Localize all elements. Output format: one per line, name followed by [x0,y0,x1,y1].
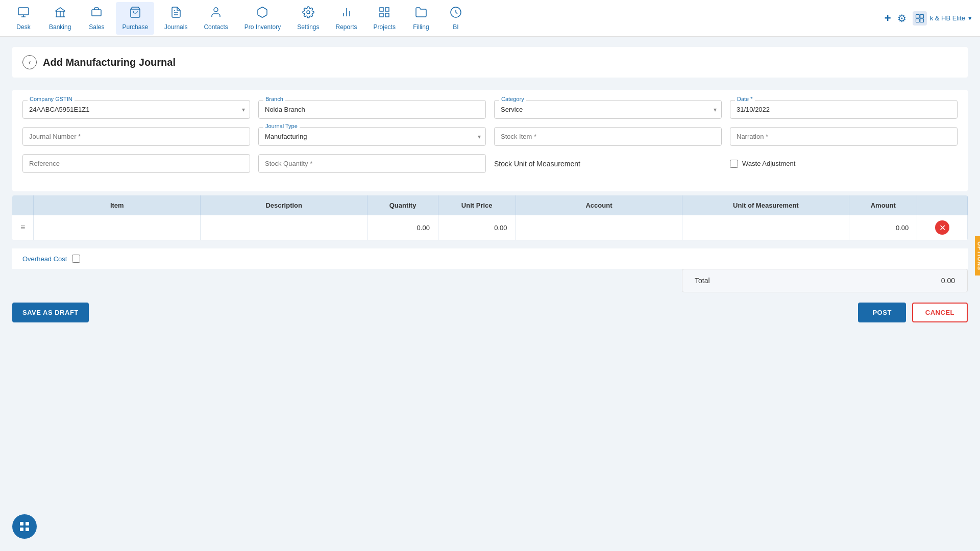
nav-pro-inventory[interactable]: Pro Inventory [238,2,287,35]
journal-type-select[interactable]: Manufacturing [258,127,486,146]
nav-journals[interactable]: Journals [158,2,193,35]
col-quantity: Quantity [368,195,438,215]
cancel-button[interactable]: CANCEL [912,303,968,322]
waste-adjustment-checkbox[interactable] [730,160,738,168]
row-delete-cell: ✕ [917,215,968,240]
nav-contacts[interactable]: Contacts [198,2,234,35]
nav-reports-label: Reports [336,23,357,31]
nav-banking[interactable]: Banking [43,2,77,35]
settings-gear-icon[interactable]: ⚙ [897,12,906,24]
row-drag-handle[interactable]: ≡ [12,215,34,240]
branch-input[interactable] [258,100,486,119]
company-gstin-select[interactable]: 24AABCA5951E1Z1 [22,100,250,119]
add-button[interactable]: + [885,12,891,25]
form-row-1: Company GSTIN 24AABCA5951E1Z1 ▾ Branch C… [22,100,958,119]
user-menu[interactable]: k & HB Elite ▾ [913,11,972,26]
nav-pro-inventory-label: Pro Inventory [244,23,281,31]
row-delete-button[interactable]: ✕ [935,220,949,235]
stock-item-input[interactable] [494,127,722,146]
row-item-input[interactable] [42,224,192,232]
svg-rect-13 [916,14,919,18]
table-header-row: Item Description Quantity Unit Price Acc… [12,195,968,215]
row-description[interactable] [201,215,368,240]
nav-desk[interactable]: Desk [8,2,39,35]
pro-inventory-icon [256,6,268,21]
nav-filling[interactable]: Filling [406,2,436,35]
top-navigation: Desk Banking Sales Purchase [0,0,980,37]
sales-icon [90,6,103,21]
filling-icon [415,6,427,21]
main-content: ‹ Add Manufacturing Journal Company GSTI… [0,37,980,551]
narration-input[interactable] [730,127,958,146]
user-label: k & HB Elite [930,14,965,22]
row-uom[interactable] [682,215,849,240]
table-section: Item Description Quantity Unit Price Acc… [12,195,968,240]
nav-bi[interactable]: BI [440,2,471,35]
row-uom-input[interactable] [691,224,841,232]
right-buttons: POST CANCEL [858,303,968,322]
svg-rect-9 [385,8,389,11]
col-unit-price: Unit Price [438,195,516,215]
row-description-input[interactable] [209,224,359,232]
nav-filling-label: Filling [413,23,429,31]
date-input[interactable] [730,100,958,119]
nav-settings[interactable]: Settings [291,2,325,35]
nav-reports[interactable]: Reports [330,2,363,35]
svg-rect-18 [26,522,29,525]
svg-rect-14 [920,14,923,18]
company-gstin-group: Company GSTIN 24AABCA5951E1Z1 ▾ [22,100,250,119]
svg-rect-8 [380,8,383,11]
category-select[interactable]: Service [494,100,722,119]
svg-rect-20 [26,528,29,531]
items-table: Item Description Quantity Unit Price Acc… [12,195,968,240]
svg-rect-19 [20,528,23,531]
nav-contacts-label: Contacts [204,23,228,31]
nav-desk-label: Desk [16,23,30,31]
nav-projects[interactable]: Projects [368,2,402,35]
row-account[interactable] [516,215,682,240]
branch-group: Branch [258,100,486,119]
svg-rect-16 [920,18,923,22]
bi-icon [450,6,462,21]
total-section: Total 0.00 [12,269,968,300]
col-amount: Amount [849,195,917,215]
purchase-icon [129,6,141,21]
projects-icon [378,6,390,21]
svg-point-7 [307,11,310,14]
svg-rect-0 [18,8,29,15]
nav-sales-label: Sales [89,23,104,31]
waste-adjustment-label: Waste Adjustment [742,160,795,167]
row-account-input[interactable] [524,224,674,232]
options-tab[interactable]: OPTIONS [975,236,980,276]
journal-number-input[interactable] [22,127,250,146]
nav-banking-label: Banking [49,23,71,31]
category-group: Category Service ▾ [494,100,722,119]
overhead-cost-checkbox[interactable] [72,255,80,263]
nav-sales[interactable]: Sales [81,2,112,35]
stock-quantity-input[interactable] [258,154,486,173]
journal-number-group [22,127,250,146]
reference-input[interactable] [22,154,250,173]
journals-icon [170,6,182,21]
nav-purchase[interactable]: Purchase [116,2,154,35]
contacts-icon [210,6,222,21]
form-row-2: Journal Type Manufacturing ▾ [22,127,958,146]
branch-label: Branch [263,96,285,102]
journal-type-group: Journal Type Manufacturing ▾ [258,127,486,146]
user-avatar [913,11,927,26]
company-gstin-label: Company GSTIN [28,96,75,102]
row-quantity: 0.00 [368,215,438,240]
save-as-draft-button[interactable]: SAVE AS DRAFT [12,303,89,322]
row-item[interactable] [34,215,201,240]
form-area: Company GSTIN 24AABCA5951E1Z1 ▾ Branch C… [12,90,968,191]
overhead-cost-label: Overhead Cost [22,255,67,263]
date-label: Date * [735,96,755,102]
svg-rect-11 [380,13,383,17]
bottom-grid-button[interactable] [12,514,37,539]
table-row: ≡ 0.00 0.00 0.00 ✕ [12,215,968,240]
post-button[interactable]: POST [858,303,905,322]
col-uom: Unit of Measurement [682,195,849,215]
page-title: Add Manufacturing Journal [43,57,176,68]
back-button[interactable]: ‹ [22,55,37,69]
action-row: SAVE AS DRAFT POST CANCEL [12,300,968,322]
